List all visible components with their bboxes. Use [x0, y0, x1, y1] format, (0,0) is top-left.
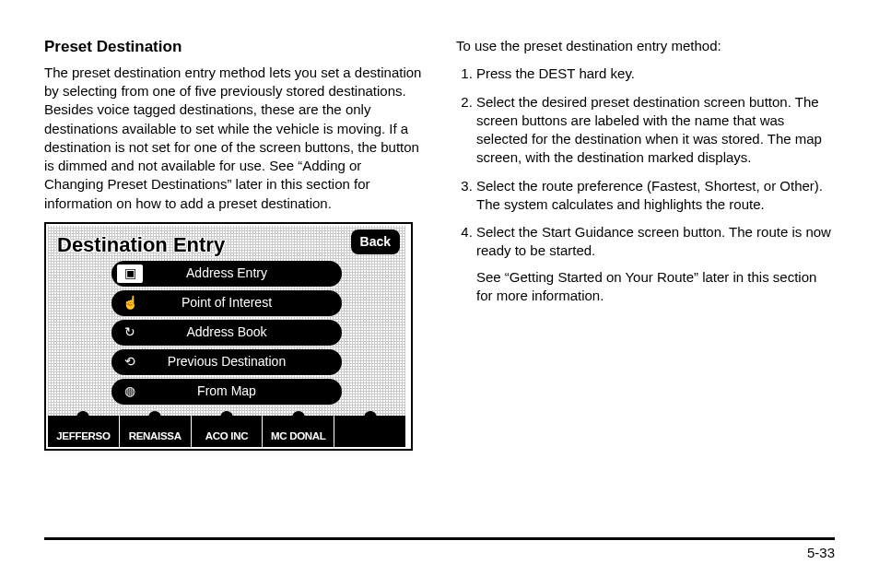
- menu-label: From Map: [111, 382, 342, 400]
- step-1: Press the DEST hard key.: [476, 65, 835, 83]
- preset-slot-2[interactable]: RENAISSA: [119, 416, 191, 447]
- steps-list: Press the DEST hard key. Select the desi…: [476, 65, 835, 305]
- menu-previous-destination[interactable]: ⟲ Previous Destination: [111, 349, 342, 375]
- intro-paragraph: The preset destination entry method lets…: [44, 64, 423, 213]
- step-4: Select the Start Guidance screen button.…: [476, 223, 835, 305]
- preset-slot-4[interactable]: MC DONAL: [262, 416, 334, 447]
- section-heading: Preset Destination: [44, 37, 423, 58]
- preset-slot-1[interactable]: JEFFERSO: [48, 416, 119, 447]
- menu-address-entry[interactable]: ▣ Address Entry: [111, 261, 342, 287]
- destination-menu: ▣ Address Entry ☝ Point of Interest ↻ Ad…: [111, 261, 342, 405]
- footer-rule: [44, 537, 835, 540]
- menu-label: Address Book: [111, 323, 342, 341]
- back-button[interactable]: Back: [351, 229, 400, 254]
- menu-label: Point of Interest: [111, 294, 342, 312]
- screen-title: Destination Entry: [57, 231, 225, 259]
- preset-slot-5[interactable]: [334, 416, 405, 447]
- screenshot-figure: Destination Entry Back ▣ Address Entry ☝…: [44, 222, 413, 451]
- step-4-note: See “Getting Started on Your Route” late…: [476, 268, 835, 306]
- menu-address-book[interactable]: ↻ Address Book: [111, 320, 342, 346]
- step-2: Select the desired preset destination sc…: [476, 93, 835, 168]
- right-intro: To use the preset destination entry meth…: [456, 37, 835, 55]
- step-3: Select the route preference (Fastest, Sh…: [476, 177, 835, 215]
- menu-label: Previous Destination: [111, 353, 342, 370]
- menu-from-map[interactable]: ◍ From Map: [111, 379, 342, 405]
- menu-point-of-interest[interactable]: ☝ Point of Interest: [111, 290, 342, 316]
- preset-bar: JEFFERSO RENAISSA ACO INC MC DONAL: [48, 416, 405, 447]
- page-number: 5-33: [807, 545, 835, 560]
- preset-slot-3[interactable]: ACO INC: [191, 416, 263, 447]
- menu-label: Address Entry: [111, 265, 342, 282]
